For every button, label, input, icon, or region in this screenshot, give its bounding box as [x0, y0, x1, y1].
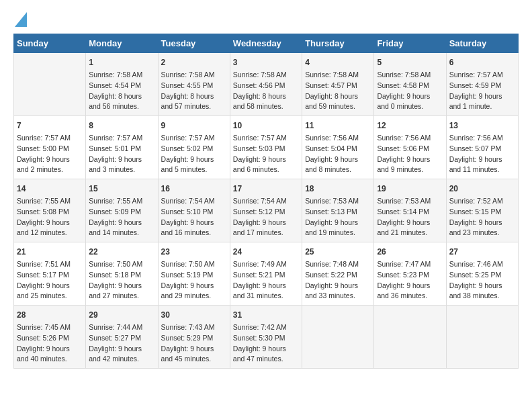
- cell-info: Sunrise: 7:46 AMSunset: 5:25 PMDaylight:…: [449, 259, 515, 302]
- day-number: 5: [377, 56, 443, 68]
- calendar-cell: 7Sunrise: 7:57 AMSunset: 5:00 PMDaylight…: [14, 116, 86, 179]
- cell-info: Sunrise: 7:57 AMSunset: 5:00 PMDaylight:…: [17, 133, 83, 175]
- day-number: 19: [377, 183, 443, 195]
- calendar-cell: [446, 306, 518, 369]
- day-number: 30: [161, 309, 227, 321]
- day-number: 1: [89, 56, 154, 68]
- cell-info: Sunrise: 7:57 AMSunset: 5:02 PMDaylight:…: [161, 133, 227, 175]
- calendar-cell: 17Sunrise: 7:54 AMSunset: 5:12 PMDayligh…: [230, 179, 302, 242]
- cell-info: Sunrise: 7:57 AMSunset: 5:03 PMDaylight:…: [233, 133, 299, 175]
- cell-info: Sunrise: 7:43 AMSunset: 5:29 PMDaylight:…: [161, 322, 227, 365]
- day-number: 11: [305, 120, 371, 132]
- calendar-cell: 4Sunrise: 7:58 AMSunset: 4:57 PMDaylight…: [302, 53, 374, 116]
- cell-info: Sunrise: 7:49 AMSunset: 5:21 PMDaylight:…: [233, 259, 299, 302]
- day-number: 14: [17, 183, 83, 195]
- calendar-cell: 27Sunrise: 7:46 AMSunset: 5:25 PMDayligh…: [446, 242, 518, 306]
- calendar-cell: 12Sunrise: 7:56 AMSunset: 5:06 PMDayligh…: [374, 116, 446, 179]
- column-header-tuesday: Tuesday: [158, 34, 230, 53]
- calendar-cell: 22Sunrise: 7:50 AMSunset: 5:18 PMDayligh…: [86, 242, 158, 306]
- day-number: 15: [89, 183, 154, 195]
- calendar-cell: 6Sunrise: 7:57 AMSunset: 4:59 PMDaylight…: [446, 53, 518, 116]
- day-number: 4: [305, 56, 371, 68]
- calendar-header-row: SundayMondayTuesdayWednesdayThursdayFrid…: [14, 34, 519, 53]
- cell-info: Sunrise: 7:47 AMSunset: 5:23 PMDaylight:…: [377, 259, 443, 302]
- logo-bird-icon: [15, 12, 27, 27]
- day-number: 16: [161, 183, 227, 195]
- cell-info: Sunrise: 7:57 AMSunset: 5:01 PMDaylight:…: [89, 133, 154, 175]
- day-number: 26: [377, 246, 443, 258]
- cell-info: Sunrise: 7:42 AMSunset: 5:30 PMDaylight:…: [233, 322, 299, 365]
- calendar-cell: 30Sunrise: 7:43 AMSunset: 5:29 PMDayligh…: [158, 306, 230, 369]
- cell-info: Sunrise: 7:53 AMSunset: 5:13 PMDaylight:…: [305, 196, 371, 238]
- calendar-cell: 16Sunrise: 7:54 AMSunset: 5:10 PMDayligh…: [158, 179, 230, 242]
- calendar-cell: 31Sunrise: 7:42 AMSunset: 5:30 PMDayligh…: [230, 306, 302, 369]
- column-header-saturday: Saturday: [446, 34, 518, 53]
- day-number: 10: [233, 120, 299, 132]
- calendar-cell: 1Sunrise: 7:58 AMSunset: 4:54 PMDaylight…: [86, 53, 158, 116]
- day-number: 29: [89, 309, 154, 321]
- calendar-cell: 23Sunrise: 7:50 AMSunset: 5:19 PMDayligh…: [158, 242, 230, 306]
- calendar-cell: 14Sunrise: 7:55 AMSunset: 5:08 PMDayligh…: [14, 179, 86, 242]
- calendar-cell: 28Sunrise: 7:45 AMSunset: 5:26 PMDayligh…: [14, 306, 86, 369]
- cell-info: Sunrise: 7:50 AMSunset: 5:19 PMDaylight:…: [161, 259, 227, 302]
- cell-info: Sunrise: 7:56 AMSunset: 5:07 PMDaylight:…: [449, 133, 515, 175]
- cell-info: Sunrise: 7:51 AMSunset: 5:17 PMDaylight:…: [17, 259, 83, 302]
- cell-info: Sunrise: 7:56 AMSunset: 5:04 PMDaylight:…: [305, 133, 371, 175]
- calendar-week-row: 14Sunrise: 7:55 AMSunset: 5:08 PMDayligh…: [14, 179, 519, 242]
- calendar-cell: 20Sunrise: 7:52 AMSunset: 5:15 PMDayligh…: [446, 179, 518, 242]
- day-number: 6: [449, 56, 515, 68]
- calendar-cell: 8Sunrise: 7:57 AMSunset: 5:01 PMDaylight…: [86, 116, 158, 179]
- cell-info: Sunrise: 7:50 AMSunset: 5:18 PMDaylight:…: [89, 259, 154, 302]
- calendar-cell: [302, 306, 374, 369]
- day-number: 24: [233, 246, 299, 258]
- calendar-cell: 24Sunrise: 7:49 AMSunset: 5:21 PMDayligh…: [230, 242, 302, 306]
- column-header-thursday: Thursday: [302, 34, 374, 53]
- cell-info: Sunrise: 7:58 AMSunset: 4:58 PMDaylight:…: [377, 70, 443, 112]
- calendar-cell: 19Sunrise: 7:53 AMSunset: 5:14 PMDayligh…: [374, 179, 446, 242]
- cell-info: Sunrise: 7:57 AMSunset: 4:59 PMDaylight:…: [449, 70, 515, 112]
- calendar-cell: 3Sunrise: 7:58 AMSunset: 4:56 PMDaylight…: [230, 53, 302, 116]
- page-header: [13, 13, 519, 27]
- calendar-cell: [14, 53, 86, 116]
- day-number: 31: [233, 309, 299, 321]
- calendar-table: SundayMondayTuesdayWednesdayThursdayFrid…: [13, 34, 519, 369]
- calendar-week-row: 1Sunrise: 7:58 AMSunset: 4:54 PMDaylight…: [14, 53, 519, 116]
- day-number: 21: [17, 246, 83, 258]
- column-header-monday: Monday: [86, 34, 158, 53]
- day-number: 12: [377, 120, 443, 132]
- cell-info: Sunrise: 7:55 AMSunset: 5:08 PMDaylight:…: [17, 196, 83, 238]
- day-number: 28: [17, 309, 83, 321]
- calendar-week-row: 21Sunrise: 7:51 AMSunset: 5:17 PMDayligh…: [14, 242, 519, 306]
- calendar-cell: [374, 306, 446, 369]
- logo: [13, 13, 27, 27]
- day-number: 23: [161, 246, 227, 258]
- column-header-sunday: Sunday: [14, 34, 86, 53]
- cell-info: Sunrise: 7:58 AMSunset: 4:57 PMDaylight:…: [305, 70, 371, 112]
- day-number: 22: [89, 246, 154, 258]
- day-number: 18: [305, 183, 371, 195]
- calendar-cell: 25Sunrise: 7:48 AMSunset: 5:22 PMDayligh…: [302, 242, 374, 306]
- day-number: 25: [305, 246, 371, 258]
- calendar-week-row: 28Sunrise: 7:45 AMSunset: 5:26 PMDayligh…: [14, 306, 519, 369]
- cell-info: Sunrise: 7:45 AMSunset: 5:26 PMDaylight:…: [17, 322, 83, 365]
- cell-info: Sunrise: 7:56 AMSunset: 5:06 PMDaylight:…: [377, 133, 443, 175]
- cell-info: Sunrise: 7:54 AMSunset: 5:12 PMDaylight:…: [233, 196, 299, 238]
- calendar-cell: 2Sunrise: 7:58 AMSunset: 4:55 PMDaylight…: [158, 53, 230, 116]
- day-number: 27: [449, 246, 515, 258]
- calendar-week-row: 7Sunrise: 7:57 AMSunset: 5:00 PMDaylight…: [14, 116, 519, 179]
- svg-marker-0: [15, 12, 27, 27]
- cell-info: Sunrise: 7:53 AMSunset: 5:14 PMDaylight:…: [377, 196, 443, 238]
- day-number: 20: [449, 183, 515, 195]
- calendar-cell: 13Sunrise: 7:56 AMSunset: 5:07 PMDayligh…: [446, 116, 518, 179]
- cell-info: Sunrise: 7:58 AMSunset: 4:54 PMDaylight:…: [89, 70, 154, 112]
- cell-info: Sunrise: 7:58 AMSunset: 4:56 PMDaylight:…: [233, 70, 299, 112]
- calendar-cell: 29Sunrise: 7:44 AMSunset: 5:27 PMDayligh…: [86, 306, 158, 369]
- day-number: 2: [161, 56, 227, 68]
- cell-info: Sunrise: 7:54 AMSunset: 5:10 PMDaylight:…: [161, 196, 227, 238]
- calendar-cell: 9Sunrise: 7:57 AMSunset: 5:02 PMDaylight…: [158, 116, 230, 179]
- calendar-cell: 18Sunrise: 7:53 AMSunset: 5:13 PMDayligh…: [302, 179, 374, 242]
- day-number: 8: [89, 120, 154, 132]
- day-number: 9: [161, 120, 227, 132]
- calendar-cell: 5Sunrise: 7:58 AMSunset: 4:58 PMDaylight…: [374, 53, 446, 116]
- cell-info: Sunrise: 7:52 AMSunset: 5:15 PMDaylight:…: [449, 196, 515, 238]
